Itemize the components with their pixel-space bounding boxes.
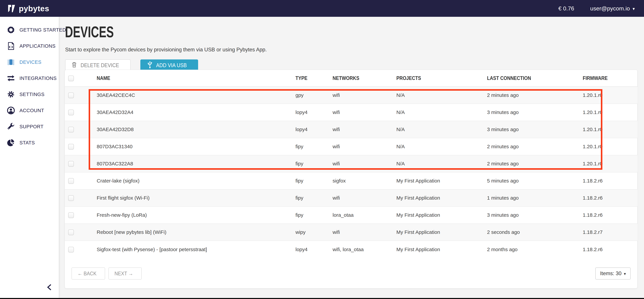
cell-networks: wifi bbox=[332, 138, 396, 155]
brand-text: pybytes bbox=[19, 4, 49, 13]
devices-table: NAME TYPE NETWORKS PROJECTS LAST CONNECT… bbox=[65, 70, 638, 258]
pagination: ← BACK NEXT → Items: 30 ▾ bbox=[68, 268, 630, 280]
arrows-exchange-icon bbox=[7, 74, 15, 82]
pybytes-logo[interactable]: pybytes bbox=[7, 4, 49, 13]
cell-last-connection: 2 minutes ago bbox=[487, 138, 583, 155]
account-balance: € 0.76 bbox=[558, 5, 574, 12]
column-header-last-connection[interactable]: LAST CONNECTION bbox=[487, 70, 583, 87]
cell-type: fipy bbox=[296, 189, 332, 206]
table-row: Fresh-new-fipy (LoRa)fipylora_otaaMy Fir… bbox=[65, 206, 638, 224]
cell-name[interactable]: 30AEA42D32D8 bbox=[97, 121, 296, 138]
cell-firmware: 1.20.1.r0 bbox=[583, 155, 638, 172]
cell-firmware: 1.18.2.r6 bbox=[583, 241, 638, 258]
sidebar-collapse-icon[interactable] bbox=[46, 284, 53, 292]
row-checkbox[interactable] bbox=[68, 110, 74, 115]
select-all-checkbox[interactable] bbox=[68, 76, 74, 81]
items-per-page-dropdown[interactable]: Items: 30 ▾ bbox=[595, 268, 630, 280]
column-header-projects[interactable]: PROJECTS bbox=[396, 70, 487, 87]
cell-networks: sigfox bbox=[332, 172, 396, 189]
row-checkbox[interactable] bbox=[68, 195, 74, 201]
user-menu[interactable]: user@pycom.io ▾ bbox=[590, 5, 635, 12]
sidebar-item-label: INTEGRATIONS bbox=[20, 76, 56, 81]
sidebar-item-account[interactable]: ACCOUNT bbox=[0, 102, 59, 118]
cell-name[interactable]: Fresh-new-fipy (LoRa) bbox=[97, 206, 296, 224]
sidebar: GETTING STARTED APPLICATIONS bbox=[0, 17, 59, 298]
cell-projects: N/A bbox=[396, 87, 487, 104]
cell-projects: My First Application bbox=[396, 224, 487, 241]
table-header-row: NAME TYPE NETWORKS PROJECTS LAST CONNECT… bbox=[65, 70, 638, 87]
cell-name[interactable]: 30AEA42CEC4C bbox=[97, 87, 296, 104]
column-header-name[interactable]: NAME bbox=[97, 70, 296, 87]
chip-icon bbox=[7, 58, 15, 66]
top-navbar: pybytes € 0.76 user@pycom.io ▾ bbox=[0, 0, 644, 17]
cell-networks: wifi, lora_otaa bbox=[332, 241, 396, 258]
page-title: DEVICES bbox=[65, 24, 644, 40]
sidebar-item-integrations[interactable]: INTEGRATIONS bbox=[0, 70, 59, 86]
cell-type: lopy4 bbox=[296, 121, 332, 138]
cell-last-connection: 1 minutes ago bbox=[487, 189, 583, 206]
cell-name[interactable]: 807D3AC31340 bbox=[97, 138, 296, 155]
cell-projects: My First Application bbox=[396, 172, 487, 189]
device-table-body: 30AEA42CEC4CgpywifiN/A2 minutes ago1.20.… bbox=[65, 87, 638, 258]
sidebar-item-support[interactable]: SUPPORT bbox=[0, 118, 59, 135]
row-checkbox[interactable] bbox=[68, 144, 74, 150]
row-checkbox[interactable] bbox=[68, 161, 74, 167]
sidebar-item-stats[interactable]: STATS bbox=[0, 135, 59, 151]
cell-networks: wifi bbox=[332, 121, 396, 138]
row-checkbox[interactable] bbox=[68, 127, 74, 132]
cell-last-connection: 2 minutes ago bbox=[487, 87, 583, 104]
sidebar-item-settings[interactable]: SETTINGS bbox=[0, 86, 59, 102]
sidebar-item-devices[interactable]: DEVICES bbox=[0, 54, 59, 70]
pie-chart-icon bbox=[7, 138, 15, 147]
cell-type: fipy bbox=[296, 206, 332, 224]
table-row: 30AEA42D32D8lopy4wifiN/A3 minutes ago1.2… bbox=[65, 121, 638, 138]
row-checkbox[interactable] bbox=[68, 92, 74, 98]
table-row: Crater-lake (sigfox)fipysigfoxMy First A… bbox=[65, 172, 638, 189]
user-circle-icon bbox=[7, 106, 15, 115]
sidebar-item-applications[interactable]: APPLICATIONS bbox=[0, 38, 59, 54]
cell-projects: N/A bbox=[396, 155, 487, 172]
add-via-usb-button[interactable]: ADD VIA USB bbox=[140, 60, 198, 71]
screen-bottom-edge bbox=[0, 298, 644, 299]
cell-type: lopy4 bbox=[296, 241, 332, 258]
cell-networks: wifi bbox=[332, 155, 396, 172]
table-row: 807D3AC31340fipywifiN/A2 minutes ago1.20… bbox=[65, 138, 638, 155]
table-row: Sigfox-test (with Pysense) - [pastoor pe… bbox=[65, 241, 638, 258]
column-header-networks[interactable]: NETWORKS bbox=[332, 70, 396, 87]
row-checkbox[interactable] bbox=[68, 178, 74, 184]
cell-name[interactable]: 807D3AC322A8 bbox=[97, 155, 296, 172]
cell-networks: lora_otaa bbox=[332, 206, 396, 224]
cell-name[interactable]: First flight sigfox (Wi-Fi) bbox=[97, 189, 296, 206]
column-header-firmware[interactable]: FIRMWARE bbox=[583, 70, 638, 87]
table-row: Reboot [new pybytes lib] (WiFi)wipywifiM… bbox=[65, 224, 638, 241]
cell-last-connection: 2 minutes ago bbox=[487, 155, 583, 172]
cell-type: fipy bbox=[296, 138, 332, 155]
cell-firmware: 1.20.1.r0 bbox=[583, 121, 638, 138]
row-checkbox[interactable] bbox=[68, 247, 74, 252]
cell-name[interactable]: Crater-lake (sigfox) bbox=[97, 172, 296, 189]
column-header-type[interactable]: TYPE bbox=[296, 70, 332, 87]
cell-firmware: 1.18.2.r6 bbox=[583, 172, 638, 189]
user-email: user@pycom.io bbox=[590, 5, 630, 12]
cell-name[interactable]: 30AEA42D32A4 bbox=[97, 104, 296, 121]
next-button[interactable]: NEXT → bbox=[108, 268, 142, 280]
cell-projects: N/A bbox=[396, 138, 487, 155]
usb-icon bbox=[148, 61, 152, 70]
row-checkbox[interactable] bbox=[68, 230, 74, 235]
cell-name[interactable]: Sigfox-test (with Pysense) - [pastoor pe… bbox=[97, 241, 296, 258]
cell-name[interactable]: Reboot [new pybytes lib] (WiFi) bbox=[97, 224, 296, 241]
back-button[interactable]: ← BACK bbox=[72, 268, 105, 280]
cell-firmware: 1.20.1.r0 bbox=[583, 138, 638, 155]
wrench-icon bbox=[7, 122, 15, 131]
badge-icon bbox=[7, 26, 15, 34]
row-checkbox[interactable] bbox=[68, 212, 74, 218]
sidebar-item-getting-started[interactable]: GETTING STARTED bbox=[0, 22, 59, 38]
gear-icon bbox=[7, 90, 15, 98]
page-subtitle: Start to explore the Pycom devices by pr… bbox=[65, 47, 644, 53]
delete-device-button[interactable]: DELETE DEVICE bbox=[65, 60, 130, 71]
cell-firmware: 1.18.2.r6 bbox=[583, 206, 638, 224]
sidebar-item-label: ACCOUNT bbox=[20, 108, 44, 113]
cell-projects: N/A bbox=[396, 104, 487, 121]
cell-last-connection: 2 months ago bbox=[487, 241, 583, 258]
cell-projects: My First Application bbox=[396, 241, 487, 258]
